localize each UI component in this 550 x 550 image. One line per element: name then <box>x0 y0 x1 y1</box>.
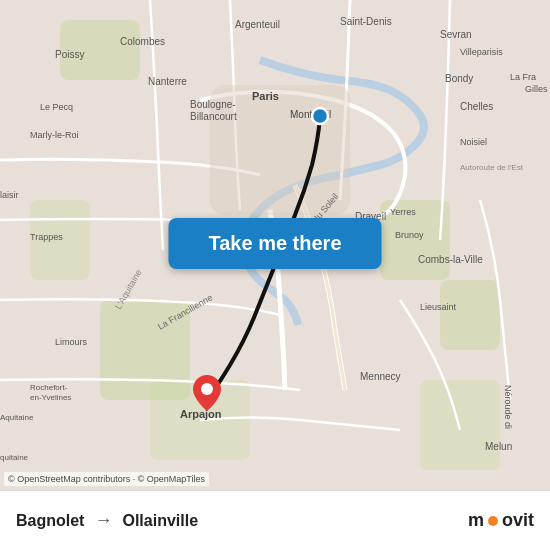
svg-point-47 <box>312 108 328 124</box>
svg-text:Marly-le-Roi: Marly-le-Roi <box>30 130 79 140</box>
svg-point-48 <box>201 383 213 395</box>
svg-text:Poissy: Poissy <box>55 49 84 60</box>
moovit-text: m <box>468 510 484 531</box>
svg-text:Lieusaint: Lieusaint <box>420 302 457 312</box>
footer: Bagnolet → Ollainville m ovit <box>0 490 550 550</box>
svg-text:Saint-Denis: Saint-Denis <box>340 16 392 27</box>
svg-text:Aquitaine: Aquitaine <box>0 413 34 422</box>
svg-text:Le Pecq: Le Pecq <box>40 102 73 112</box>
destination-label: Ollainville <box>122 512 198 530</box>
svg-text:Melun: Melun <box>485 441 512 452</box>
svg-text:La Fra: La Fra <box>510 72 536 82</box>
svg-text:en-Yvelines: en-Yvelines <box>30 393 71 402</box>
svg-text:Yerres: Yerres <box>390 207 416 217</box>
take-me-there-button[interactable]: Take me there <box>168 218 381 269</box>
svg-text:Noisiel: Noisiel <box>460 137 487 147</box>
svg-text:Brunoy: Brunoy <box>395 230 424 240</box>
svg-text:quitaine: quitaine <box>0 453 29 462</box>
svg-text:Limours: Limours <box>55 337 88 347</box>
svg-text:Boulogne-: Boulogne- <box>190 99 236 110</box>
svg-text:Villeparisis: Villeparisis <box>460 47 503 57</box>
svg-text:Néroude di: Néroude di <box>503 385 513 429</box>
origin-label: Bagnolet <box>16 512 84 530</box>
moovit-logo: m ovit <box>468 510 534 531</box>
map-attribution: © OpenStreetMap contributors · © OpenMap… <box>4 472 209 486</box>
svg-text:Gilles: Gilles <box>525 84 548 94</box>
svg-text:Chelles: Chelles <box>460 101 493 112</box>
svg-text:Nanterre: Nanterre <box>148 76 187 87</box>
svg-text:Paris: Paris <box>252 90 279 102</box>
svg-text:Colombes: Colombes <box>120 36 165 47</box>
origin-marker <box>310 106 330 130</box>
svg-text:Combs-la-Ville: Combs-la-Ville <box>418 254 483 265</box>
svg-text:Trappes: Trappes <box>30 232 63 242</box>
svg-text:Autoroute de l'Est: Autoroute de l'Est <box>460 163 524 172</box>
svg-text:Bondy: Bondy <box>445 73 473 84</box>
map-container: Autoroute du Soleil La Francilienne L'Aq… <box>0 0 550 490</box>
arrow-icon: → <box>94 510 112 531</box>
moovit-dot <box>488 516 498 526</box>
route-info: Bagnolet → Ollainville <box>16 510 198 531</box>
svg-text:Sevran: Sevran <box>440 29 472 40</box>
svg-text:laisir: laisir <box>0 190 19 200</box>
svg-text:Argenteuil: Argenteuil <box>235 19 280 30</box>
svg-text:Mennecy: Mennecy <box>360 371 401 382</box>
moovit-name: ovit <box>502 510 534 531</box>
svg-rect-4 <box>440 280 500 350</box>
svg-text:Billancourt: Billancourt <box>190 111 237 122</box>
destination-marker <box>193 375 221 415</box>
svg-text:Rochefort-: Rochefort- <box>30 383 68 392</box>
